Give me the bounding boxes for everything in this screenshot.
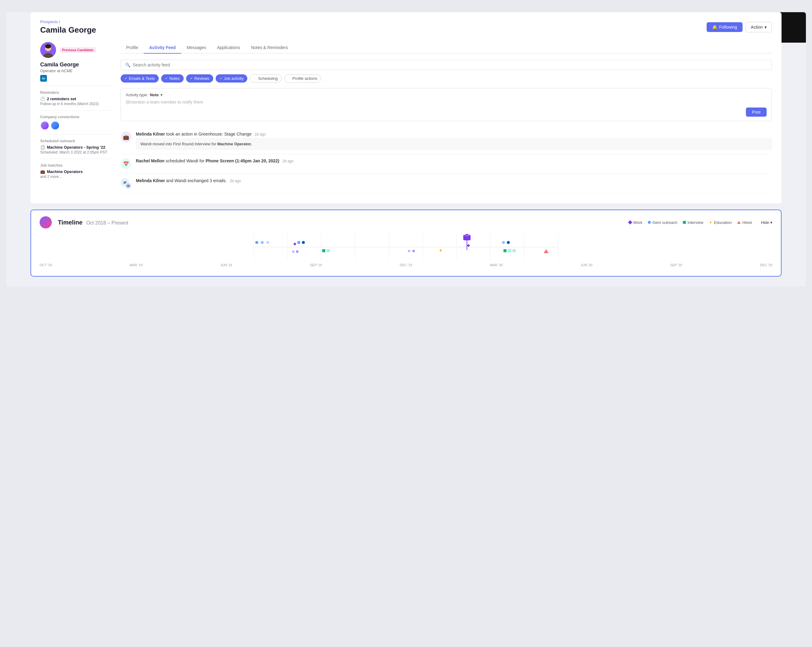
- chip-scheduling[interactable]: ✓ Scheduling: [250, 74, 281, 82]
- connection-avatar-1[interactable]: [40, 121, 49, 130]
- tab-messages[interactable]: Messages: [181, 42, 212, 53]
- feed-actor-2: Rachel Mellon: [136, 159, 165, 163]
- chip-job-activity[interactable]: ✓ Job activity: [216, 74, 247, 82]
- svg-rect-25: [322, 249, 325, 252]
- legend-interview: Interview: [683, 220, 703, 225]
- timeline-avatar: [40, 216, 52, 229]
- breadcrumb[interactable]: Prospects /: [40, 20, 96, 24]
- candidate-header: Previous Candidate: [40, 42, 113, 58]
- tab-activity-feed[interactable]: Activity Feed: [144, 42, 181, 53]
- svg-point-28: [296, 250, 299, 253]
- legend-education-icon: ✦: [709, 220, 713, 225]
- badge-prev: Previous Candidate: [60, 47, 96, 53]
- chevron-down-icon: ▾: [765, 25, 767, 29]
- timeline-title: Timeline: [58, 219, 82, 226]
- action-button[interactable]: Action ▾: [746, 22, 772, 32]
- page-title: Camila George: [40, 25, 96, 35]
- feed-time-3: 2d ago: [230, 179, 241, 183]
- tl-month-3: JUN '19: [220, 263, 232, 267]
- svg-point-30: [412, 250, 415, 252]
- svg-marker-22: [293, 243, 296, 246]
- filter-chips: ✓ Emails & Texts ✓ Notes ✓ Reviews ✓ Job…: [121, 74, 772, 82]
- chevron-hide-icon: ▾: [770, 220, 772, 225]
- reminders-label: Reminders: [40, 90, 113, 95]
- outreach-sub: Scheduled: March 3 2022 at 2:05pm PST: [40, 150, 113, 154]
- timeline-card: Timeline Oct 2018 – Present Work Gem out…: [31, 209, 781, 276]
- hide-button[interactable]: Hide ▾: [761, 220, 772, 225]
- clock-icon: 🕐: [40, 96, 45, 101]
- following-button[interactable]: 🔔 Following: [707, 22, 743, 32]
- svg-point-24: [302, 241, 305, 244]
- feed-sub-1: Wandi moved into First Round Interview f…: [136, 138, 772, 150]
- svg-rect-26: [327, 249, 330, 252]
- tl-month-6: MAR '20: [490, 263, 503, 267]
- svg-point-34: [507, 241, 510, 244]
- feed-actor-3: Melinda Kilner: [136, 178, 165, 183]
- left-panel: Previous Candidate Camila George Operato…: [40, 42, 113, 194]
- post-button[interactable]: Post: [746, 108, 767, 117]
- chip-notes[interactable]: ✓ Notes: [161, 74, 184, 82]
- feed-icon-calendar: 📅: [121, 159, 131, 169]
- connections-avatars: [40, 121, 113, 130]
- search-input[interactable]: [133, 63, 767, 67]
- tl-month-4: SEP '19: [310, 263, 322, 267]
- chip-profile-actions[interactable]: ✓ Profile actions: [284, 74, 321, 82]
- divider-3: [40, 134, 113, 135]
- title-block: Prospects / Camila George: [40, 20, 96, 35]
- tl-month-7: JUN '20: [580, 263, 592, 267]
- feed-item-2: 📅 Rachel Mellon scheduled Wandi for Phon…: [121, 154, 772, 174]
- search-icon: 🔍: [125, 63, 130, 67]
- content-layout: Previous Candidate Camila George Operato…: [40, 42, 772, 194]
- feed-time-2: 2d ago: [282, 159, 294, 163]
- svg-point-20: [261, 241, 264, 244]
- svg-point-19: [255, 241, 258, 244]
- legend-education: ✦ Education: [709, 220, 732, 225]
- check-icon-emails: ✓: [125, 76, 127, 81]
- page-wrapper: Prospects / Camila George 🔔 Following Ac…: [6, 12, 806, 286]
- activity-type-label: Activity type:: [126, 93, 148, 97]
- bell-icon: 🔔: [712, 25, 717, 29]
- check-icon-job-activity: ✓: [220, 76, 222, 81]
- note-type-row: Activity type: Note ▾: [126, 93, 767, 97]
- feed-item-3: ✉ ✉ Melinda Kilner and Wandi exchanged 3…: [121, 174, 772, 194]
- svg-point-33: [502, 241, 505, 244]
- candidate-name: Camila George: [40, 61, 113, 68]
- note-placeholder[interactable]: @mention a team member to notify them: [126, 99, 767, 104]
- feed-icon-email-multi: ✉ ✉: [121, 178, 131, 189]
- svg-rect-37: [513, 249, 516, 252]
- chip-reviews[interactable]: ✓ Reviews: [186, 74, 213, 82]
- svg-marker-38: [544, 249, 548, 253]
- legend-gem-icon: [648, 221, 651, 224]
- tab-profile[interactable]: Profile: [121, 42, 144, 53]
- header-actions: 🔔 Following Action ▾: [707, 22, 772, 32]
- divider-4: [40, 159, 113, 159]
- svg-point-21: [266, 241, 269, 244]
- feed-main-2: Rachel Mellon scheduled Wandi for Phone …: [136, 159, 772, 163]
- feed-main-1: Melinda Kilner took an action in Greenho…: [136, 131, 772, 136]
- svg-rect-18: [465, 234, 469, 236]
- legend-hired-icon: [737, 221, 741, 224]
- feed-time-1: 2d ago: [255, 132, 266, 136]
- candidate-title: Operator at ACME: [40, 69, 113, 73]
- feed-icon-briefcase: 💼: [121, 131, 131, 143]
- job-match-more: and 2 more...: [40, 174, 113, 179]
- legend-gem-outreach: Gem outreach: [648, 220, 678, 225]
- tab-applications[interactable]: Applications: [212, 42, 246, 53]
- search-bar: 🔍: [121, 60, 772, 70]
- reminders-count: 🕐 2 reminders set: [40, 96, 113, 101]
- job-icon: 💼: [40, 169, 45, 174]
- connection-avatar-2[interactable]: [50, 121, 60, 130]
- timeline-title-block: Timeline Oct 2018 – Present: [58, 219, 128, 226]
- connections-label: Company connections: [40, 115, 113, 119]
- chip-emails[interactable]: ✓ Emails & Texts: [121, 74, 159, 82]
- linkedin-icon[interactable]: in: [40, 75, 47, 82]
- svg-point-29: [408, 250, 410, 252]
- tab-notes-reminders[interactable]: Notes & Reminders: [246, 42, 293, 53]
- tl-month-2: MAR '19: [130, 263, 142, 267]
- tl-month-8: SEP '20: [670, 263, 682, 267]
- timeline-chart: ✦ OCT '18 MAR '19 JUN '19 SEP '19 DEC '1…: [40, 233, 772, 270]
- check-icon-reviews: ✓: [190, 76, 193, 81]
- divider-1: [40, 86, 113, 86]
- svg-point-27: [292, 250, 295, 253]
- activity-type-value[interactable]: Note: [150, 93, 159, 97]
